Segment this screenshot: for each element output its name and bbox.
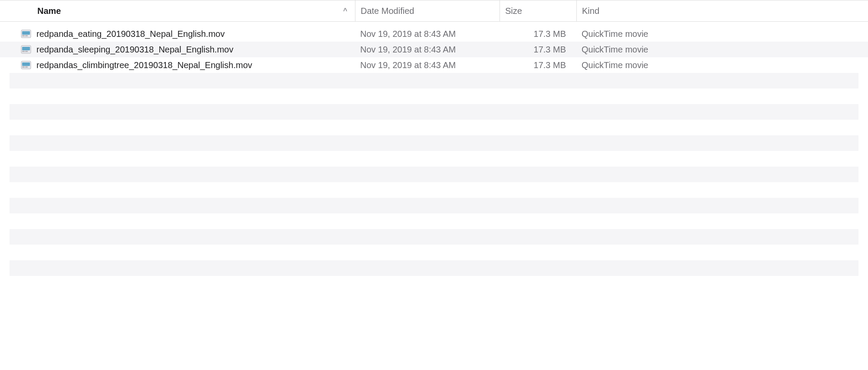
file-kind: QuickTime movie	[576, 29, 868, 39]
svg-rect-1	[22, 31, 30, 35]
column-header-date-modified[interactable]: Date Modified	[355, 0, 500, 21]
column-header-row: Name ^ Date Modified Size Kind	[0, 0, 868, 22]
empty-row	[0, 120, 868, 135]
empty-row	[0, 213, 868, 229]
column-header-date-label: Date Modified	[361, 6, 414, 16]
empty-row	[10, 229, 858, 245]
column-header-kind-label: Kind	[582, 6, 599, 16]
file-kind: QuickTime movie	[576, 45, 868, 55]
file-name: redpandas_climbingtree_20190318_Nepal_En…	[36, 60, 252, 70]
column-header-name-label: Name	[37, 6, 61, 16]
file-name-cell: redpandas_climbingtree_20190318_Nepal_En…	[0, 60, 355, 70]
svg-rect-11	[25, 66, 28, 68]
file-list: redpanda_eating_20190318_Nepal_English.m…	[0, 26, 868, 276]
file-date: Nov 19, 2019 at 8:43 AM	[355, 60, 500, 70]
file-name-cell: redpanda_sleeping_20190318_Nepal_English…	[0, 45, 355, 55]
empty-row	[10, 198, 858, 213]
file-row[interactable]: redpanda_eating_20190318_Nepal_English.m…	[0, 26, 868, 42]
file-size: 17.3 MB	[500, 29, 576, 39]
empty-row	[0, 151, 868, 167]
svg-rect-5	[22, 47, 30, 50]
svg-rect-10	[22, 66, 25, 68]
empty-row	[0, 245, 868, 260]
svg-rect-3	[25, 35, 28, 36]
svg-rect-9	[22, 62, 30, 66]
file-date: Nov 19, 2019 at 8:43 AM	[355, 45, 500, 55]
svg-rect-6	[22, 51, 25, 52]
empty-row	[10, 167, 858, 182]
file-size: 17.3 MB	[500, 60, 576, 70]
file-kind: QuickTime movie	[576, 60, 868, 70]
empty-row	[10, 135, 858, 151]
movie-file-icon	[21, 29, 31, 38]
svg-rect-7	[25, 51, 28, 52]
empty-row	[10, 73, 858, 88]
column-header-kind[interactable]: Kind	[576, 0, 868, 21]
file-size: 17.3 MB	[500, 45, 576, 55]
sort-ascending-icon: ^	[343, 7, 347, 15]
file-row[interactable]: redpanda_sleeping_20190318_Nepal_English…	[0, 42, 868, 57]
empty-row	[10, 104, 858, 120]
empty-row	[10, 260, 858, 276]
empty-row	[0, 88, 868, 104]
svg-rect-2	[22, 35, 25, 36]
file-date: Nov 19, 2019 at 8:43 AM	[355, 29, 500, 39]
column-header-size-label: Size	[505, 6, 522, 16]
file-name: redpanda_sleeping_20190318_Nepal_English…	[36, 45, 233, 55]
file-row[interactable]: redpandas_climbingtree_20190318_Nepal_En…	[0, 57, 868, 73]
column-header-size[interactable]: Size	[500, 0, 576, 21]
movie-file-icon	[21, 45, 31, 54]
empty-row	[0, 182, 868, 198]
file-name-cell: redpanda_eating_20190318_Nepal_English.m…	[0, 29, 355, 39]
file-name: redpanda_eating_20190318_Nepal_English.m…	[36, 29, 225, 39]
column-header-name[interactable]: Name ^	[0, 0, 355, 21]
movie-file-icon	[21, 61, 31, 69]
